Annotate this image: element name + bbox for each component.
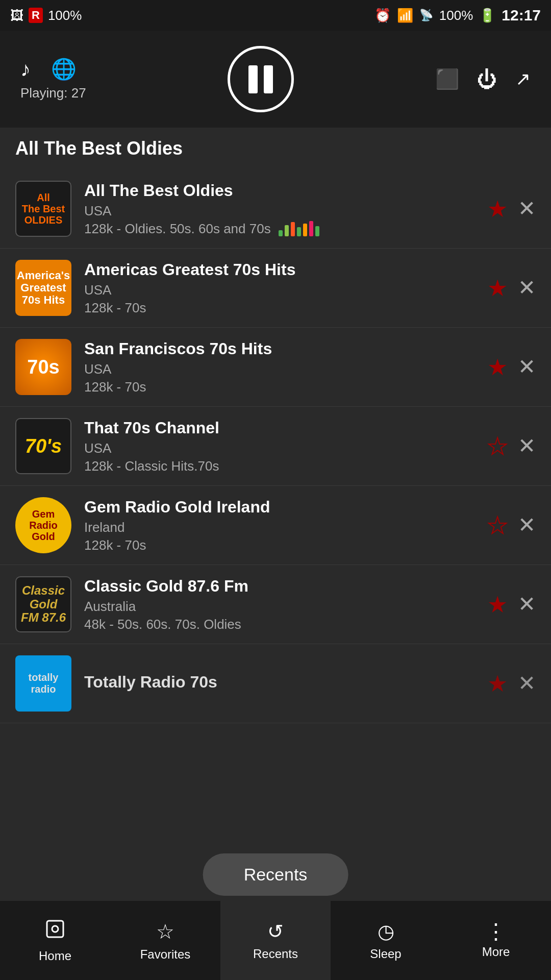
favorite-button-7[interactable]: ★ [487, 672, 508, 695]
station-actions-3: ★ ✕ [487, 356, 536, 379]
battery-icon: 🔋 [479, 8, 495, 23]
station-list: AllThe BestOLDIES All The Best Oldies US… [0, 169, 551, 723]
favorite-button-6[interactable]: ★ [487, 593, 508, 616]
station-country-5: Ireland [84, 520, 480, 535]
station-logo-2: America'sGreatest70s Hits [15, 260, 71, 316]
station-country-6: Australia [84, 599, 480, 615]
remove-button-3[interactable]: ✕ [518, 356, 536, 378]
recents-icon: ↺ [267, 920, 284, 943]
station-name-6: Classic Gold 87.6 Fm [84, 577, 480, 596]
more-icon: ⋮ [485, 922, 507, 941]
station-actions-7: ★ ✕ [487, 672, 536, 695]
logo-text-4: 70's [25, 435, 62, 457]
station-info-1: All The Best Oldies USA 128k - Oldies. 5… [84, 181, 480, 237]
sleep-label: Sleep [370, 947, 401, 961]
station-name-5: Gem Radio Gold Ireland [84, 498, 480, 517]
favorite-button-5[interactable]: ★ [487, 514, 508, 537]
logo-text-2: America'sGreatest70s Hits [17, 270, 70, 307]
station-actions-1: ★ ✕ [487, 198, 536, 220]
player-left-section: ♪ 🌐 Playing: 27 [20, 57, 86, 101]
station-item[interactable]: totallyradio Totally Radio 70s ★ ✕ [0, 644, 551, 723]
remove-button-7[interactable]: ✕ [518, 673, 536, 694]
music-note-icon[interactable]: ♪ [20, 58, 31, 81]
nav-item-favorites[interactable]: ☆ Favorites [110, 901, 220, 980]
remove-button-5[interactable]: ✕ [518, 514, 536, 536]
favorite-button-4[interactable]: ★ [487, 435, 508, 458]
remove-button-1[interactable]: ✕ [518, 198, 536, 219]
remove-button-4[interactable]: ✕ [518, 435, 536, 457]
station-logo-3: 70s [15, 339, 71, 395]
station-bitrate-4: 128k - Classic Hits.70s [84, 458, 480, 474]
status-left: 🖼 R 100% [10, 8, 82, 23]
station-info-3: San Franciscos 70s Hits USA 128k - 70s [84, 339, 480, 395]
station-logo-7: totallyradio [15, 655, 71, 712]
station-logo-5: GemRadioGold [15, 497, 71, 553]
wifi-icon: 📶 [397, 8, 413, 23]
favorites-label: Favorites [140, 947, 191, 962]
nav-item-sleep[interactable]: ◷ Sleep [331, 901, 441, 980]
remove-button-6[interactable]: ✕ [518, 594, 536, 615]
station-country-3: USA [84, 361, 480, 377]
logo-text-6: ClassicGoldFM 87.6 [21, 584, 66, 624]
share-icon[interactable]: ↗ [515, 68, 531, 90]
station-item[interactable]: ClassicGoldFM 87.6 Classic Gold 87.6 Fm … [0, 565, 551, 644]
sleep-icon: ◷ [378, 920, 394, 943]
home-icon [44, 918, 66, 945]
player-left-icons: ♪ 🌐 [20, 57, 77, 81]
station-item[interactable]: 70s San Franciscos 70s Hits USA 128k - 7… [0, 328, 551, 407]
section-title: All The Best Oldies [0, 128, 551, 169]
battery-full-label: 100% [439, 8, 473, 23]
station-item[interactable]: 70's That 70s Channel USA 128k - Classic… [0, 407, 551, 486]
recents-label: Recents [253, 947, 298, 961]
station-logo-6: ClassicGoldFM 87.6 [15, 576, 71, 632]
station-bitrate-6: 48k - 50s. 60s. 70s. Oldies [84, 617, 480, 632]
station-info-4: That 70s Channel USA 128k - Classic Hits… [84, 419, 480, 474]
equalizer-1 [279, 221, 319, 236]
station-bitrate-2: 128k - 70s [84, 300, 480, 316]
player-right-section: ⬛ ⏻ ↗ [435, 68, 531, 91]
station-actions-2: ★ ✕ [487, 277, 536, 300]
station-info-6: Classic Gold 87.6 Fm Australia 48k - 50s… [84, 577, 480, 632]
station-actions-5: ★ ✕ [487, 514, 536, 537]
station-item[interactable]: GemRadioGold Gem Radio Gold Ireland Irel… [0, 486, 551, 565]
image-icon: 🖼 [10, 8, 23, 23]
nav-item-more[interactable]: ⋮ More [441, 901, 551, 980]
nav-item-home[interactable]: Home [0, 901, 110, 980]
station-item[interactable]: AllThe BestOLDIES All The Best Oldies US… [0, 169, 551, 249]
alarm-icon: ⏰ [374, 8, 391, 23]
favorite-button-3[interactable]: ★ [487, 356, 508, 379]
station-country-2: USA [84, 282, 480, 298]
station-name-1: All The Best Oldies [84, 181, 480, 200]
station-bitrate-3: 128k - 70s [84, 379, 480, 395]
logo-text-3: 70s [27, 357, 59, 377]
logo-text-5: GemRadioGold [29, 508, 58, 542]
station-item[interactable]: America'sGreatest70s Hits Americas Great… [0, 249, 551, 328]
recents-tooltip: Recents [203, 853, 348, 896]
favorite-button-2[interactable]: ★ [487, 277, 508, 300]
status-right: ⏰ 📶 📡 100% 🔋 12:17 [374, 7, 541, 24]
pause-button[interactable] [228, 46, 294, 112]
pause-bar-right [264, 65, 273, 93]
stop-icon[interactable]: ⬛ [435, 68, 459, 90]
station-name-4: That 70s Channel [84, 419, 480, 437]
remove-button-2[interactable]: ✕ [518, 277, 536, 299]
time-display: 12:17 [502, 7, 541, 24]
playing-label: Playing: 27 [20, 85, 86, 101]
svg-rect-0 [47, 921, 63, 937]
power-icon[interactable]: ⏻ [477, 68, 497, 91]
station-country-4: USA [84, 440, 480, 456]
favorite-button-1[interactable]: ★ [487, 198, 508, 220]
battery-percent: 100% [48, 8, 82, 23]
globe-icon[interactable]: 🌐 [51, 57, 77, 81]
app-icon: R [29, 8, 43, 23]
station-name-2: Americas Greatest 70s Hits [84, 260, 480, 279]
svg-point-1 [52, 926, 58, 932]
station-name-3: San Franciscos 70s Hits [84, 339, 480, 358]
station-info-5: Gem Radio Gold Ireland Ireland 128k - 70… [84, 498, 480, 553]
favorites-icon: ☆ [156, 920, 174, 943]
pause-icon [248, 65, 273, 93]
station-logo-1: AllThe BestOLDIES [15, 181, 71, 237]
station-actions-4: ★ ✕ [487, 435, 536, 458]
logo-text-1: AllThe BestOLDIES [22, 192, 65, 226]
nav-item-recents[interactable]: ↺ Recents [220, 901, 331, 980]
